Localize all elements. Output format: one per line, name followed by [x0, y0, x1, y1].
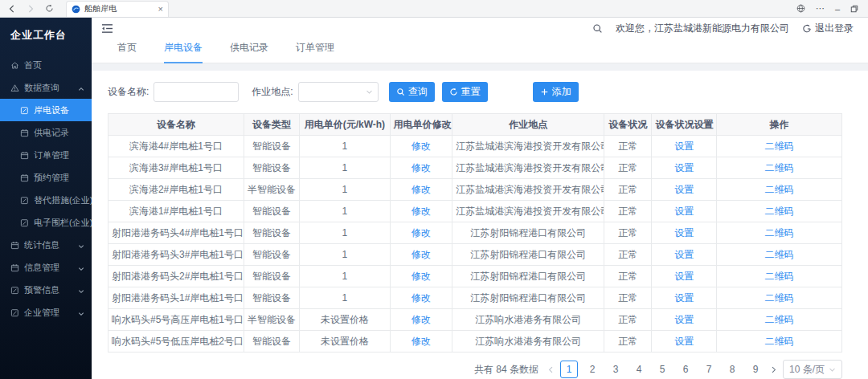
sidebar-item-statistics-info[interactable]: 统计信息	[0, 234, 92, 256]
device-name-input[interactable]	[154, 82, 239, 102]
table-cell: 正常	[604, 157, 652, 179]
modify-price-link[interactable]: 修改	[411, 271, 431, 282]
edit-square-icon	[20, 218, 29, 227]
table-cell: 智能设备	[244, 331, 299, 353]
sidebar-item-label: 预警信息	[24, 284, 59, 296]
sidebar-item-reservation-management[interactable]: 预约管理	[0, 166, 92, 189]
page-button-7[interactable]: 7	[700, 361, 718, 378]
qrcode-link[interactable]: 二维码	[764, 336, 793, 347]
calendar-icon	[10, 241, 19, 250]
tab-shore-power-device[interactable]: 岸电设备	[164, 41, 203, 63]
add-button[interactable]: 添加	[533, 82, 579, 102]
search-icon[interactable]	[592, 23, 603, 34]
set-status-link[interactable]: 设置	[674, 184, 694, 195]
page-button-4[interactable]: 4	[630, 361, 648, 378]
page-button-8[interactable]: 8	[723, 361, 741, 378]
set-status-link[interactable]: 设置	[674, 162, 694, 173]
page-button-6[interactable]: 6	[677, 361, 694, 378]
sidebar-item-data-query[interactable]: 数据查询	[0, 76, 92, 99]
set-status-link[interactable]: 设置	[674, 314, 694, 325]
set-status-link[interactable]: 设置	[674, 206, 694, 217]
table-header-row: 设备名称设备类型用电单价(元/kW-h)用电单价修改作业地点设备状况设备状况设置…	[108, 114, 842, 136]
filter-bar: 设备名称: 作业地点: 查询 重置	[108, 82, 842, 102]
window-minimize-icon[interactable]: –	[835, 4, 840, 14]
modify-price-link[interactable]: 修改	[411, 227, 431, 238]
qrcode-link[interactable]: 二维码	[764, 314, 793, 325]
calendar-icon	[20, 128, 29, 137]
set-status-link[interactable]: 设置	[674, 249, 694, 260]
logout-label: 退出登录	[815, 22, 854, 35]
tab-order-management[interactable]: 订单管理	[296, 41, 334, 63]
sidebar-item-warning-info[interactable]: 预警信息	[0, 279, 92, 301]
table-cell: 智能设备	[244, 287, 299, 309]
table-cell: 滨海港1#岸电桩1号口	[108, 201, 244, 222]
tab-power-supply-record[interactable]: 供电记录	[230, 41, 268, 63]
sidebar-item-info-management[interactable]: 信息管理	[0, 256, 92, 279]
sidebar-item-home[interactable]: 首页	[0, 54, 92, 76]
page-button-9[interactable]: 9	[747, 361, 764, 378]
browser-forward-icon[interactable]	[24, 2, 37, 15]
prev-page-button[interactable]	[547, 366, 555, 373]
table-cell: 江苏盐城港滨海港投资开发有限公司	[452, 157, 604, 179]
qrcode-link[interactable]: 二维码	[764, 141, 793, 152]
window-restore-icon[interactable]	[850, 5, 858, 13]
qrcode-link[interactable]: 二维码	[764, 271, 793, 282]
globe-icon[interactable]	[796, 4, 805, 13]
sidebar-item-order-management[interactable]: 订单管理	[0, 144, 92, 166]
table-cell: 射阳港港务码头1#岸电桩1号口	[108, 287, 244, 309]
modify-price-link[interactable]: 修改	[411, 292, 431, 304]
table-row: 射阳港港务码头3#岸电桩1号口智能设备1修改江苏射阳锦程港口有限公司正常设置二维…	[108, 244, 842, 266]
modify-price-link[interactable]: 修改	[411, 249, 431, 260]
tab-home[interactable]: 首页	[117, 41, 137, 63]
tab-close-icon[interactable]: ×	[158, 5, 163, 14]
search-button[interactable]: 查询	[389, 82, 435, 102]
logout-button[interactable]: 退出登录	[802, 22, 854, 35]
table-cell: 江苏盐城港滨海港投资开发有限公司	[452, 201, 604, 222]
modify-price-link[interactable]: 修改	[411, 141, 431, 152]
alert-triangle-icon	[10, 84, 19, 92]
qrcode-link[interactable]: 二维码	[764, 249, 793, 260]
qrcode-link[interactable]: 二维码	[764, 206, 793, 217]
browser-back-icon[interactable]	[6, 2, 18, 15]
menu-fold-icon[interactable]	[101, 23, 113, 34]
page-button-2[interactable]: 2	[583, 361, 601, 378]
chevron-down-icon	[829, 366, 836, 373]
set-status-link[interactable]: 设置	[674, 141, 694, 152]
reset-button[interactable]: 重置	[442, 82, 488, 102]
table-cell: 正常	[604, 179, 652, 201]
browser-more-icon[interactable]: ⋯	[816, 3, 825, 14]
table-cell: 江苏射阳锦程港口有限公司	[452, 287, 604, 309]
table-cell: 江苏盐城港滨海港投资开发有限公司	[452, 136, 604, 157]
page-button-1[interactable]: 1	[560, 361, 578, 378]
browser-tab[interactable]: 船舶岸电 ×	[66, 1, 169, 17]
sidebar-item-alternative-measures[interactable]: 替代措施(企业)	[0, 189, 92, 211]
browser-refresh-icon[interactable]	[43, 2, 55, 15]
modify-price-link[interactable]: 修改	[411, 314, 431, 325]
set-status-link[interactable]: 设置	[674, 292, 694, 304]
modify-price-link[interactable]: 修改	[411, 206, 431, 217]
modify-price-link[interactable]: 修改	[411, 184, 431, 195]
table-cell: 江苏射阳锦程港口有限公司	[452, 244, 604, 266]
qrcode-link[interactable]: 二维码	[764, 162, 793, 173]
qrcode-link[interactable]: 二维码	[764, 184, 793, 195]
page-button-5[interactable]: 5	[653, 361, 671, 378]
sidebar-item-enterprise-management[interactable]: 企业管理	[0, 301, 92, 324]
page-size-select[interactable]: 10 条/页	[783, 360, 842, 379]
set-status-link[interactable]: 设置	[674, 336, 694, 347]
sidebar-item-power-supply-record[interactable]: 供电记录	[0, 121, 92, 144]
table-cell: 智能设备	[244, 244, 299, 266]
modify-price-link[interactable]: 修改	[411, 162, 431, 173]
sidebar-item-label: 统计信息	[24, 239, 59, 251]
sidebar-item-electronic-fence[interactable]: 电子围栏(企业)	[0, 211, 92, 234]
next-page-button[interactable]	[770, 366, 777, 373]
qrcode-link[interactable]: 二维码	[764, 292, 793, 304]
set-status-link[interactable]: 设置	[674, 227, 694, 238]
sidebar-item-shore-power-device[interactable]: 岸电设备	[0, 99, 92, 121]
browser-tab-title: 船舶岸电	[84, 3, 154, 14]
modify-price-link[interactable]: 修改	[411, 336, 431, 347]
table-row: 滨海港3#岸电桩1号口智能设备1修改江苏盐城港滨海港投资开发有限公司正常设置二维…	[108, 157, 842, 179]
page-button-3[interactable]: 3	[607, 361, 624, 378]
set-status-link[interactable]: 设置	[674, 271, 694, 282]
work-location-select[interactable]	[298, 82, 379, 102]
qrcode-link[interactable]: 二维码	[764, 227, 793, 238]
